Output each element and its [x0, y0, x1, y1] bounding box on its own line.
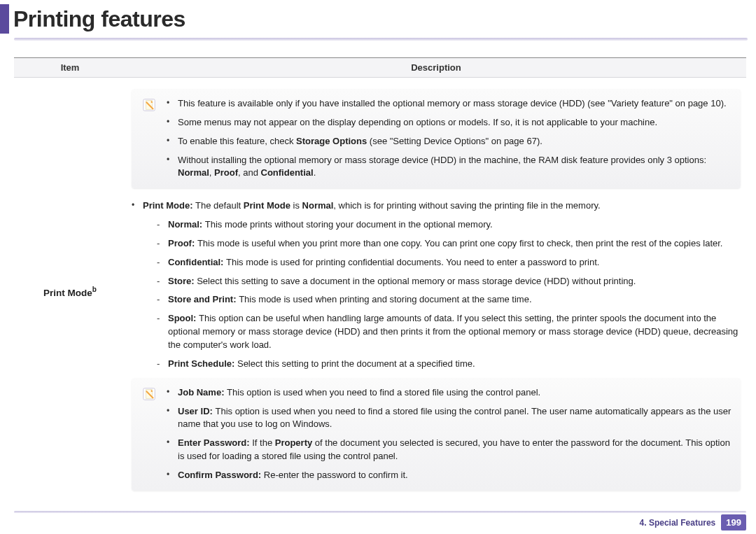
- note1-item-ramdisk: Without installing the optional memory o…: [167, 154, 734, 181]
- col-header-item: Item: [14, 58, 126, 78]
- text: , and: [238, 167, 261, 178]
- page-number: 199: [721, 514, 746, 531]
- text: Without installing the optional memory o…: [178, 155, 706, 165]
- text: This option is used when you need to fin…: [227, 387, 540, 398]
- bold: Enter Password:: [178, 437, 252, 448]
- row-label-print-mode: Print Modeb: [14, 78, 126, 506]
- title-row: Printing features: [0, 0, 756, 34]
- print-mode-sublist: Normal: This mode prints without storing…: [143, 218, 741, 371]
- text: Select this setting to save a document i…: [197, 276, 636, 286]
- bold: Confidential:: [168, 257, 226, 267]
- note1-item-availability: This feature is available only if you ha…: [167, 97, 734, 111]
- bold: Confirm Password:: [178, 470, 264, 480]
- text: This mode is used for printing confident…: [226, 257, 599, 267]
- text: ,: [209, 167, 214, 178]
- text: The default: [195, 200, 244, 211]
- bold-property: Property: [275, 437, 312, 448]
- bold: Store:: [168, 276, 197, 286]
- text: To enable this feature, check: [178, 136, 296, 146]
- sub-proof: Proof: This mode is useful when you prin…: [157, 237, 741, 251]
- chapter-label: 4. Special Features: [640, 518, 716, 528]
- row-desc-cell: This feature is available only if you ha…: [126, 78, 746, 506]
- text: Re-enter the password to confirm it.: [264, 470, 408, 480]
- col-header-desc: Description: [126, 58, 746, 78]
- bold-normal: Normal: [178, 167, 209, 178]
- bold: User ID:: [178, 406, 215, 416]
- text: (see "Setting Device Options" on page 67…: [370, 136, 542, 146]
- bold: Spool:: [168, 313, 199, 323]
- note-icon: [141, 97, 157, 113]
- note-icon: [141, 386, 157, 402]
- bold-confidential: Confidential: [261, 167, 314, 178]
- text: Select this setting to print the documen…: [237, 358, 475, 369]
- print-mode-list: Print Mode: The default Print Mode is No…: [132, 199, 741, 370]
- sub-store: Store: Select this setting to save a doc…: [157, 275, 741, 288]
- page-title: Printing features: [13, 6, 186, 32]
- text: , which is for printing without saving t…: [333, 200, 600, 211]
- note-box-availability: This feature is available only if you ha…: [132, 89, 741, 188]
- sub-confidential: Confidential: This mode is used for prin…: [157, 256, 741, 269]
- bold-proof: Proof: [214, 167, 238, 178]
- bold: Job Name:: [178, 387, 227, 398]
- bold: Print Schedule:: [168, 358, 237, 369]
- note2-enter-password: Enter Password: If the Property of the d…: [167, 437, 734, 463]
- title-accent-bar: [0, 4, 9, 34]
- bold: Store and Print:: [168, 294, 239, 304]
- bold-print-mode2: Print Mode: [244, 200, 290, 211]
- text: is: [290, 200, 302, 211]
- note2-user-id: User ID: This option is used when you ne…: [167, 405, 734, 432]
- text: If the: [252, 437, 275, 448]
- sub-spool: Spool: This option can be useful when ha…: [157, 312, 741, 352]
- bold-print-mode: Print Mode:: [143, 200, 195, 211]
- note-box-job-options: Job Name: This option is used when you n…: [132, 378, 741, 491]
- row-label-sup: b: [92, 286, 97, 293]
- note2-job-name: Job Name: This option is used when you n…: [167, 386, 734, 400]
- note1-item-enable: To enable this feature, check Storage Op…: [167, 135, 734, 148]
- bold: Normal:: [168, 219, 205, 230]
- note1-item-menus: Some menus may not appear on the display…: [167, 116, 734, 129]
- bold-storage-options: Storage Options: [296, 136, 370, 146]
- sub-schedule: Print Schedule: Select this setting to p…: [157, 358, 741, 371]
- sub-store-print: Store and Print: This mode is used when …: [157, 293, 741, 307]
- sub-normal: Normal: This mode prints without storing…: [157, 218, 741, 232]
- text: This option can be useful when handling …: [168, 313, 738, 350]
- text: This mode prints without storing your do…: [205, 219, 493, 230]
- text: .: [314, 167, 316, 178]
- footer: 4. Special Features 199: [640, 514, 746, 531]
- row-label-text: Print Mode: [43, 288, 92, 298]
- footer-rule: [14, 511, 746, 513]
- text: This option is used when you need to fin…: [178, 406, 731, 430]
- bold-normal: Normal: [302, 200, 334, 211]
- print-mode-lead: Print Mode: The default Print Mode is No…: [132, 199, 741, 370]
- content-area: Item Description Print Modeb: [0, 41, 756, 506]
- text: This mode is useful when you print more …: [197, 238, 723, 248]
- text: This mode is used when printing and stor…: [239, 294, 531, 304]
- bold: Proof:: [168, 238, 197, 248]
- feature-table: Item Description Print Modeb: [14, 57, 746, 506]
- note2-confirm-password: Confirm Password: Re-enter the password …: [167, 469, 734, 482]
